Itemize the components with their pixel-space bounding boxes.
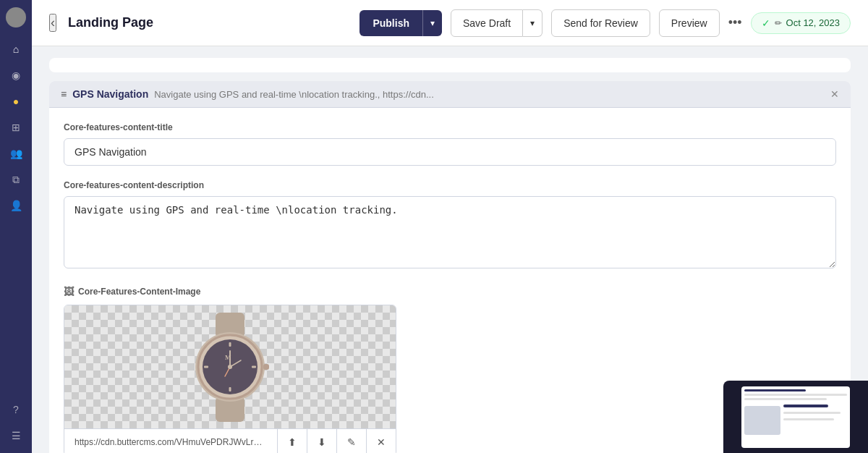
more-options-button[interactable]: •••	[728, 15, 742, 30]
save-draft-button-group: Save Draft ▾	[451, 9, 542, 37]
image-remove-button[interactable]: ✕	[367, 429, 396, 453]
image-field-group: 🖼 Core-Features-Content-Image	[64, 286, 836, 453]
sidebar-item-notifications[interactable]: ●	[6, 91, 26, 111]
image-url-text: https://cdn.buttercms.com/VHmuVePDRJWvLr…	[64, 430, 277, 453]
send-for-review-button[interactable]: Send for Review	[551, 9, 650, 37]
image-icon: 🖼	[64, 286, 74, 297]
section-header: ≡ GPS Navigation Navigate using GPS and …	[49, 81, 851, 108]
sidebar-item-layers[interactable]: ⧉	[6, 169, 26, 190]
save-draft-button[interactable]: Save Draft	[451, 9, 523, 37]
description-field-label: Core-features-content-description	[64, 180, 836, 190]
topbar: ‹ Landing Page Publish ▾ Save Draft ▾ Se…	[32, 0, 868, 46]
publish-button-group: Publish ▾	[359, 10, 442, 36]
date-label: Oct 12, 2023	[786, 17, 840, 28]
edit-date-icon: ✏	[775, 18, 782, 28]
image-preview-container: M https://cdn.buttercms.com/VHmuVePDRJWv…	[64, 305, 396, 453]
image-upload-button[interactable]: ⬆	[278, 429, 307, 453]
svg-rect-8	[252, 365, 256, 368]
publish-button[interactable]: Publish	[359, 10, 422, 36]
save-draft-dropdown-button[interactable]: ▾	[523, 9, 542, 37]
title-input[interactable]	[64, 138, 836, 166]
image-checkered-background: M	[64, 305, 396, 428]
collapsed-card	[49, 58, 851, 72]
screen-line-3	[744, 398, 827, 400]
edit-icon: ✎	[347, 436, 356, 448]
screen-line-2	[744, 394, 847, 396]
screen-content-line-3	[783, 418, 834, 420]
screen-line-1	[744, 389, 806, 391]
laptop-screen	[741, 386, 850, 448]
publish-dropdown-button[interactable]: ▾	[422, 10, 442, 36]
svg-rect-5	[229, 342, 231, 347]
section-description: Navigate using GPS and real-time \nlocat…	[154, 89, 825, 100]
upload-icon: ⬆	[288, 436, 297, 448]
image-download-button[interactable]: ⬇	[307, 429, 337, 453]
title-field-label: Core-features-content-title	[64, 122, 836, 132]
watch-image: M	[183, 311, 277, 423]
section-title: GPS Navigation	[72, 88, 148, 100]
screen-content-line-2	[783, 412, 841, 414]
sidebar-item-people[interactable]: 👥	[6, 143, 26, 164]
laptop-preview	[723, 381, 868, 453]
title-field-group: Core-features-content-title	[64, 122, 836, 166]
preview-button[interactable]: Preview	[659, 9, 720, 37]
date-badge: ✓ ✏ Oct 12, 2023	[751, 12, 851, 34]
sidebar-item-users[interactable]: 👤	[6, 195, 26, 216]
image-edit-button[interactable]: ✎	[337, 429, 367, 453]
sidebar-item-analytics[interactable]: ◉	[6, 65, 26, 85]
sidebar-item-docs[interactable]: ☰	[6, 426, 26, 446]
svg-text:M: M	[225, 354, 231, 361]
page-title: Landing Page	[68, 15, 351, 30]
sidebar: ⌂ ◉ ● ⊞ 👥 ⧉ 👤 ? ☰	[0, 0, 32, 453]
image-field-label: Core-Features-Content-Image	[78, 287, 200, 297]
back-button[interactable]: ‹	[49, 14, 56, 32]
image-field-label-container: 🖼 Core-Features-Content-Image	[64, 286, 836, 297]
svg-rect-6	[229, 387, 231, 391]
description-field-group: Core-features-content-description Naviga…	[64, 180, 836, 271]
download-icon: ⬇	[318, 436, 326, 448]
image-bottom-bar: https://cdn.buttercms.com/VHmuVePDRJWvLr…	[64, 428, 396, 453]
screen-content-line-1	[783, 405, 828, 407]
screen-img-placeholder	[744, 406, 780, 435]
avatar[interactable]	[6, 7, 26, 27]
sidebar-item-help[interactable]: ?	[6, 399, 26, 420]
description-textarea[interactable]: Navigate using GPS and real-time \nlocat…	[64, 196, 836, 268]
sidebar-item-home[interactable]: ⌂	[6, 39, 26, 59]
svg-rect-13	[263, 364, 269, 370]
drag-handle-icon: ≡	[61, 88, 67, 100]
svg-rect-7	[204, 365, 208, 368]
svg-point-12	[228, 365, 232, 369]
close-icon: ✕	[377, 436, 386, 448]
section-close-button[interactable]: ✕	[830, 88, 839, 100]
sidebar-item-grid[interactable]: ⊞	[6, 117, 26, 137]
image-action-buttons: ⬆ ⬇ ✎ ✕	[277, 429, 396, 453]
check-icon: ✓	[762, 17, 770, 29]
